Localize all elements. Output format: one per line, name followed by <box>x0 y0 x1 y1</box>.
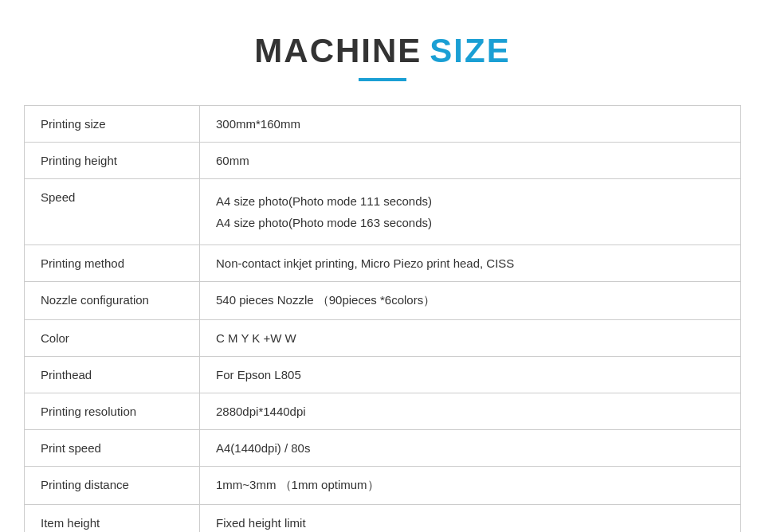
row-value: A4(1440dpi) / 80s <box>200 430 741 467</box>
page-container: MACHINESIZE Printing size300mm*160mmPrin… <box>24 16 741 532</box>
table-row: Printing distance1mm~3mm （1mm optimum） <box>25 467 741 505</box>
table-row: PrintheadFor Epson L805 <box>25 357 741 393</box>
row-value: For Epson L805 <box>200 357 741 393</box>
row-label: Print speed <box>25 430 200 467</box>
row-label: Printing height <box>25 143 200 179</box>
table-row: Printing height60mm <box>25 143 741 179</box>
table-row: Print speedA4(1440dpi) / 80s <box>25 430 741 467</box>
row-value: C M Y K +W W <box>200 320 741 357</box>
row-value: 300mm*160mm <box>200 106 741 143</box>
title-section: MACHINESIZE <box>24 32 741 81</box>
row-value: 2880dpi*1440dpi <box>200 393 741 430</box>
table-row: Printing methodNon-contact inkjet printi… <box>25 245 741 282</box>
table-row: Printing resolution2880dpi*1440dpi <box>25 393 741 430</box>
row-label: Printing size <box>25 106 200 143</box>
table-row: Nozzle configuration540 pieces Nozzle （9… <box>25 282 741 320</box>
row-value: Fixed height limit <box>200 505 741 533</box>
title-underline <box>359 78 406 81</box>
table-row: Printing size300mm*160mm <box>25 106 741 143</box>
row-value: 1mm~3mm （1mm optimum） <box>200 467 741 505</box>
spec-table: Printing size300mm*160mmPrinting height6… <box>24 105 741 532</box>
row-label: Speed <box>25 179 200 245</box>
title-black: MACHINE <box>254 32 422 69</box>
row-label: Printing distance <box>25 467 200 505</box>
title-blue: SIZE <box>430 32 510 69</box>
table-row: ColorC M Y K +W W <box>25 320 741 357</box>
page-title: MACHINESIZE <box>24 32 741 70</box>
row-label: Item height <box>25 505 200 533</box>
row-label: Color <box>25 320 200 357</box>
row-value: 60mm <box>200 143 741 179</box>
table-row: SpeedA4 size photo(Photo mode 111 second… <box>25 179 741 245</box>
row-label: Printing method <box>25 245 200 282</box>
row-label: Nozzle configuration <box>25 282 200 320</box>
row-value: Non-contact inkjet printing, Micro Piezo… <box>200 245 741 282</box>
table-row: Item heightFixed height limit <box>25 505 741 533</box>
row-label: Printhead <box>25 357 200 393</box>
row-value: 540 pieces Nozzle （90pieces *6colors） <box>200 282 741 320</box>
row-value: A4 size photo(Photo mode 111 seconds)A4 … <box>200 179 741 245</box>
row-label: Printing resolution <box>25 393 200 430</box>
